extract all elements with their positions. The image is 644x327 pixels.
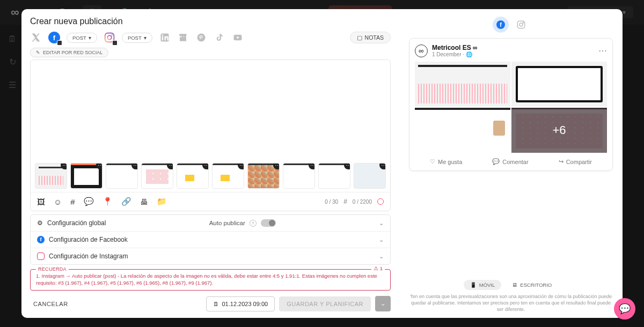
save-schedule-button[interactable]: GUARDAR Y PLANIFICAR <box>279 296 371 311</box>
network-row: f POST ▾ POST ▾ ▢NOTAS <box>30 32 391 43</box>
composer: ⋯ ⋯ ⋯ ⋯ ⋯ ⋯ ⋯ ⋯ ⋯ ⋯ 🖼 ☺ # 💬 📍 <box>30 60 391 211</box>
svg-point-1 <box>107 35 112 40</box>
chevron-down-icon: ⌄ <box>379 220 384 227</box>
autopublish-toggle[interactable] <box>261 219 276 227</box>
preview-image <box>415 108 510 153</box>
image-icon[interactable]: 🖼 <box>37 197 45 206</box>
like-button[interactable]: ♡Me gusta <box>430 158 462 165</box>
ig-post-type[interactable]: POST ▾ <box>122 33 152 43</box>
facebook-icon[interactable]: f <box>48 32 60 43</box>
svg-rect-4 <box>162 36 163 41</box>
media-thumb[interactable]: ⋯ <box>283 163 315 189</box>
media-thumb[interactable]: ⋯ <box>212 163 244 189</box>
svg-point-10 <box>523 22 524 23</box>
preview-image <box>511 62 607 107</box>
config-facebook-row[interactable]: f Configuración de Facebook ⌄ <box>31 231 390 248</box>
svg-point-6 <box>197 34 205 42</box>
gear-icon: ⚙ <box>37 219 43 227</box>
media-thumb[interactable]: ⋯ <box>247 163 280 189</box>
preview-image <box>415 62 510 107</box>
chat-fab[interactable]: 💬 <box>614 298 635 319</box>
config-global-row[interactable]: ⚙ Configuración global Auto publicar ? ⌄ <box>31 215 390 231</box>
gmb-icon[interactable] <box>177 32 189 43</box>
warning-icon: ⚠ <box>374 265 378 272</box>
media-thumb[interactable]: ⋯ <box>318 163 350 189</box>
preview-image: +6 <box>511 108 607 153</box>
help-icon[interactable]: ? <box>250 220 257 227</box>
svg-point-5 <box>162 34 163 36</box>
preview-account-name: Metricool ES ∞ <box>432 44 478 51</box>
svg-point-9 <box>519 23 523 26</box>
warning-label: RECUERDA <box>36 266 69 272</box>
pencil-icon: ✎ <box>36 50 40 55</box>
composer-toolbar: 🖼 ☺ # 💬 📍 🔗 🖶 📁 0 / 30# 0 / 2200 <box>31 192 390 211</box>
media-thumb[interactable]: ⋯ <box>70 163 103 189</box>
post-textarea[interactable] <box>31 60 390 160</box>
comment-icon: 💬 <box>492 158 500 165</box>
facebook-preview-card: ∞ Metricool ES ∞ 1 December · 🌐 ⋯ +6 ♡Me… <box>409 38 613 171</box>
desktop-icon: 🖥 <box>512 282 517 288</box>
thumb-menu-icon[interactable]: ⋯ <box>379 163 386 169</box>
save-dropdown-button[interactable]: ⌄ <box>375 296 391 311</box>
media-thumb[interactable]: ⋯ <box>141 163 173 189</box>
instagram-icon[interactable] <box>104 32 115 43</box>
mobile-view-button[interactable]: 📱MÓVIL <box>464 280 502 290</box>
chevron-down-icon: ⌄ <box>379 253 384 260</box>
svg-point-2 <box>111 34 112 35</box>
notes-button[interactable]: ▢NOTAS <box>350 32 391 43</box>
hash-icon: # <box>343 198 347 205</box>
media-thumb[interactable]: ⋯ <box>177 163 209 189</box>
hashtag-counter: 0 / 30 <box>325 199 338 205</box>
preview-instagram-button[interactable] <box>513 17 529 33</box>
comment-icon[interactable]: 💬 <box>84 197 94 206</box>
modal-title: Crear nueva publicación <box>30 17 391 26</box>
youtube-icon[interactable] <box>232 32 244 43</box>
note-icon: ▢ <box>357 34 362 41</box>
more-images-overlay: +6 <box>511 108 607 153</box>
mobile-icon: 📱 <box>470 282 477 288</box>
schedule-date-button[interactable]: 🗓01.12.2023 09:00 <box>206 296 275 311</box>
link-icon[interactable]: 🔗 <box>121 197 131 206</box>
config-accordion: ⚙ Configuración global Auto publicar ? ⌄… <box>30 214 391 265</box>
desktop-view-button[interactable]: 🖥ESCRITORIO <box>506 280 558 290</box>
preview-network-toggle: f <box>409 17 613 33</box>
share-button[interactable]: ↪Compartir <box>559 158 592 165</box>
pinterest-icon[interactable] <box>195 32 207 43</box>
preview-facebook-button[interactable]: f <box>493 17 509 33</box>
device-toggle: 📱MÓVIL 🖥ESCRITORIO <box>409 280 613 290</box>
x-twitter-icon[interactable] <box>30 32 42 43</box>
like-icon: ♡ <box>430 158 435 165</box>
create-post-modal: Crear nueva publicación f POST ▾ POST ▾ … <box>21 9 623 318</box>
warning-text: 1. Instagram → Auto publicar (post) - La… <box>36 273 377 286</box>
more-icon[interactable]: ⋯ <box>598 46 607 56</box>
modal-overlay: Crear nueva publicación f POST ▾ POST ▾ … <box>0 0 644 327</box>
preview-disclaimer: Ten en cuenta que las previsualizaciones… <box>409 293 613 313</box>
folder-icon[interactable]: 📁 <box>157 197 167 206</box>
hashtag-icon[interactable]: # <box>70 197 75 206</box>
edit-by-network-chip[interactable]: ✎EDITAR POR RED SOCIAL <box>30 48 108 57</box>
print-icon[interactable]: 🖶 <box>140 197 148 206</box>
avatar: ∞ <box>415 44 428 57</box>
instagram-icon <box>37 252 45 260</box>
comment-button[interactable]: 💬Comentar <box>492 158 528 165</box>
globe-icon: 🌐 <box>466 51 472 57</box>
config-instagram-row[interactable]: Configuración de Instagram ⌄ <box>31 248 390 264</box>
chevron-down-icon: ⌄ <box>379 236 384 243</box>
linkedin-icon[interactable] <box>159 32 171 43</box>
share-icon: ↪ <box>559 158 564 165</box>
calendar-icon: 🗓 <box>213 301 219 307</box>
emoji-icon[interactable]: ☺ <box>54 197 62 206</box>
media-thumb[interactable]: ⋯ <box>354 163 386 189</box>
ig-limit-icon <box>377 198 384 205</box>
media-thumb[interactable]: ⋯ <box>106 163 138 189</box>
tiktok-icon[interactable] <box>214 32 225 43</box>
chat-icon: 💬 <box>619 303 631 315</box>
cancel-button[interactable]: CANCELAR <box>30 296 71 311</box>
media-thumb[interactable]: ⋯ <box>35 163 67 189</box>
attachments-row: ⋯ ⋯ ⋯ ⋯ ⋯ ⋯ ⋯ ⋯ ⋯ ⋯ <box>31 160 390 192</box>
char-counter: 0 / 2200 <box>353 199 372 205</box>
fb-post-type[interactable]: POST ▾ <box>67 33 97 43</box>
warning-box: RECUERDA ⚠1 1. Instagram → Auto publicar… <box>30 269 391 291</box>
location-icon[interactable]: 📍 <box>103 197 113 206</box>
facebook-icon: f <box>37 236 45 243</box>
